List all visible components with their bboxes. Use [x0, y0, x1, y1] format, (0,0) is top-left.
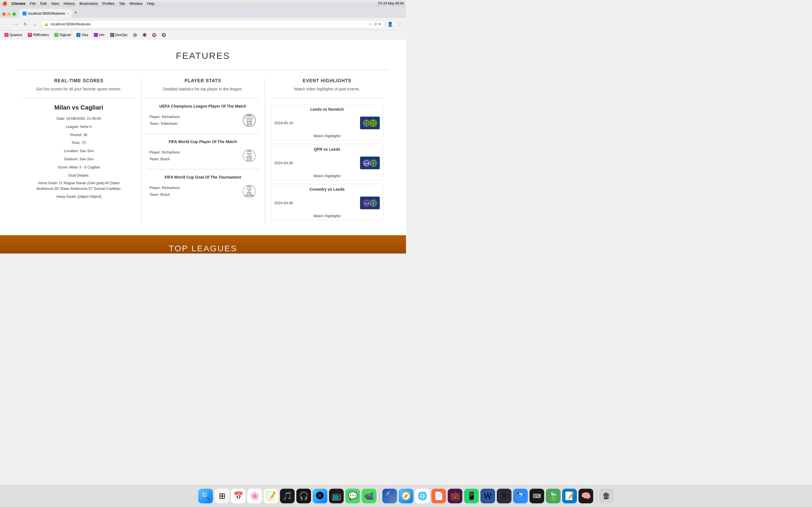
bookmark-extra-2[interactable]: ⚙: [140, 32, 149, 38]
close-window-button[interactable]: [2, 12, 6, 16]
player-stats-divider: [147, 98, 259, 98]
stat-card-uefa: UEFA Champions League Player Of The Matc…: [147, 104, 259, 134]
tab-close-button[interactable]: ×: [67, 12, 68, 15]
bookmark-devops[interactable]: D DevOps: [108, 32, 130, 38]
svg-text:COV: COV: [364, 203, 369, 205]
new-tab-button[interactable]: +: [72, 10, 80, 18]
match-home-goals: Home Goals: 11':Ragnar Klavan (Own goal)…: [22, 180, 135, 191]
chrome-menu-button[interactable]: ⋮: [396, 20, 404, 28]
match-score: Score: Milan 3 - 0 Cagliari: [22, 165, 135, 170]
stat-player-fifa: Player: Richarlison: [149, 149, 180, 156]
menu-help[interactable]: Help: [147, 1, 155, 6]
event-highlights-column: EVENT HIGHLIGHTS Watch video highlights …: [265, 78, 389, 224]
top-leagues-section: TOP LEAGUES: [0, 235, 406, 253]
bookmark-quarkus-label: Quarkus: [10, 33, 22, 37]
tab-favicon: 🌐: [22, 11, 27, 15]
match-title: Milan vs Cagliari: [22, 104, 135, 111]
event-card-coventry-leeds: Coventry vs Leeds 2024-04-06 COV: [271, 184, 384, 221]
event-watch-leeds-norwich[interactable]: Watch Highlights: [271, 131, 383, 140]
stat-row-uefa: Player: Richarlison Team: Tottenham UEFA…: [147, 112, 259, 128]
extensions-icon[interactable]: ⧉: [378, 22, 381, 26]
app-name: Chrome: [11, 1, 26, 6]
match-away-goals: Away Goals: [object Object]: [22, 194, 135, 200]
bookmark-visa[interactable]: V Visa: [74, 32, 90, 38]
features-title: FEATURES: [17, 51, 389, 61]
bookmark-digicarl[interactable]: D Digicarl: [52, 32, 73, 38]
stat-row-fifa-player: Player: Richarlison Team: Brazil FIFA WO…: [147, 148, 259, 163]
stat-player-fifa-goal: Player: Richarlison: [149, 184, 180, 191]
menu-history[interactable]: History: [63, 1, 75, 6]
match-time: Time: 73': [22, 140, 135, 146]
match-league: League: Serie A: [22, 124, 135, 130]
stat-title-uefa: UEFA Champions League Player Of The Matc…: [147, 104, 259, 108]
bookmark-star-icon[interactable]: ☆: [369, 22, 372, 26]
event-thumbnail-coventry-leeds: COV: [360, 196, 380, 209]
features-divider: [17, 69, 389, 70]
stat-title-fifa-player: FIFA World Cup Player Of The Match: [147, 139, 259, 144]
menu-profiles[interactable]: Profiles: [102, 1, 114, 6]
real-time-scores-desc: Get live scores for all your favorite sp…: [22, 87, 135, 91]
event-watch-coventry-leeds[interactable]: Watch Highlights: [271, 212, 383, 220]
real-time-scores-divider: [22, 98, 135, 98]
menu-view[interactable]: View: [51, 1, 59, 6]
bookmark-extra-1[interactable]: ⚽: [131, 32, 139, 38]
real-time-scores-column: REAL-TIME SCORES Get live scores for all…: [17, 78, 141, 224]
forward-button[interactable]: →: [12, 20, 20, 28]
event-body-qpr-leeds: 2024-04-26 QPR: [271, 154, 383, 172]
event-title-coventry-leeds: Coventry vs Leeds: [271, 184, 383, 194]
event-highlights-desc: Watch video highlights of past events.: [271, 87, 384, 91]
event-date-qpr-leeds: 2024-04-26: [274, 161, 293, 165]
bookmark-quarkus[interactable]: Q Quarkus: [2, 32, 24, 38]
event-card-qpr-leeds: QPR vs Leeds 2024-04-26 QPR: [271, 144, 384, 180]
bookmark-devops-label: DevOps: [115, 33, 128, 37]
profile-button[interactable]: 👤: [386, 20, 394, 28]
match-stadium: Stadium: San Siro: [22, 156, 135, 162]
bookmark-visa-label: Visa: [82, 33, 88, 37]
bookmark-riftkoders[interactable]: R RiftKoders: [26, 32, 51, 38]
bookmark-digicarl-label: Digicarl: [59, 33, 71, 37]
menu-edit[interactable]: Edit: [40, 1, 47, 6]
event-highlights-divider: [271, 98, 384, 98]
stat-team-fifa: Team: Brazil: [149, 156, 180, 162]
maximize-window-button[interactable]: [12, 12, 16, 16]
match-date: Date: 01/08/2020, 21:45:00: [22, 116, 135, 122]
stat-badge-fifa: FIFA WORLD CUP PLAYER OF THE MATCH: [242, 148, 256, 163]
match-location: Location: San Siro: [22, 148, 135, 154]
apple-logo[interactable]: 🍎: [2, 1, 7, 6]
event-highlights-heading: EVENT HIGHLIGHTS: [271, 78, 384, 83]
cast-icon[interactable]: ⊡: [374, 22, 377, 26]
stat-row-fifa-goal: Player: Richarlison Team: Brazil FIFA WO…: [147, 183, 259, 199]
minimize-window-button[interactable]: [7, 12, 11, 16]
window-controls: [2, 12, 19, 18]
player-stats-column: PLAYER STATS Detailed statistics for top…: [141, 78, 265, 224]
bookmark-info-label: Info: [99, 33, 105, 37]
active-tab[interactable]: 🌐 localhost:9000/#features ×: [19, 9, 72, 18]
bookmark-info[interactable]: i Info: [92, 32, 107, 38]
top-leagues-title: TOP LEAGUES: [17, 244, 389, 253]
menu-window[interactable]: Window: [130, 1, 142, 6]
toolbar: ← → ↻ ⌂ 🔒 localhost:9000/#features ☆ ⊡ ⧉…: [0, 18, 406, 31]
menubar-time: Fri 24 May 06:54: [378, 1, 404, 5]
event-body-leeds-norwich: 2024-05-16: [271, 114, 383, 131]
menu-file[interactable]: File: [30, 1, 36, 6]
player-stats-heading: PLAYER STATS: [147, 78, 259, 83]
stat-card-fifa-goal: FIFA World Cup Goal Of The Tournament Pl…: [147, 175, 259, 205]
menu-tab[interactable]: Tab: [119, 1, 125, 6]
svg-text:QPR: QPR: [364, 162, 369, 165]
back-button[interactable]: ←: [2, 20, 10, 28]
menu-bookmarks[interactable]: Bookmarks: [80, 1, 98, 6]
reload-button[interactable]: ↻: [21, 20, 29, 28]
match-goal-details-label: Goal Details:: [22, 173, 135, 179]
uefa-badge-circle: UEFA CHAMPIONS LEAGUE PLAYER OF THE MATC…: [243, 114, 256, 127]
bookmark-extra-4[interactable]: ⚽: [160, 32, 168, 38]
features-grid: REAL-TIME SCORES Get live scores for all…: [17, 78, 389, 224]
address-bar[interactable]: 🔒 localhost:9000/#features ☆ ⊡ ⧉: [41, 20, 385, 29]
stat-team-uefa: Team: Tottenham: [149, 120, 180, 127]
stat-badge-fifa-goal: FIFA WORLD CUP GOAL OF THE TOURNAMENT: [242, 183, 256, 199]
chrome-window: 🌐 localhost:9000/#features × + ← → ↻ ⌂ 🔒…: [0, 7, 406, 253]
bookmark-extra-3[interactable]: ⚽: [150, 32, 158, 38]
home-button[interactable]: ⌂: [31, 20, 39, 28]
event-watch-qpr-leeds[interactable]: Watch Highlights: [271, 172, 383, 180]
event-title-qpr-leeds: QPR vs Leeds: [271, 144, 383, 154]
page-content: FEATURES REAL-TIME SCORES Get live score…: [0, 40, 406, 253]
